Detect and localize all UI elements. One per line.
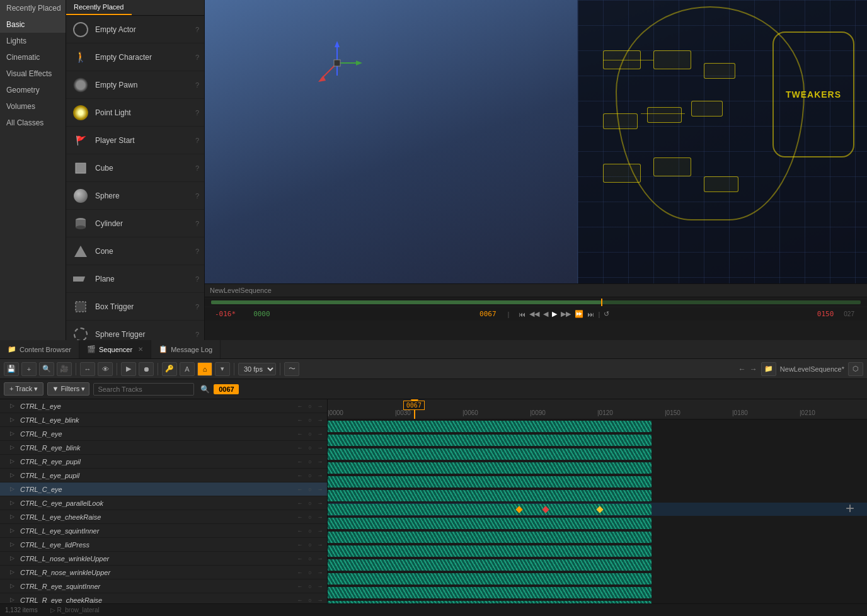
track-row-10[interactable]: ▷CTRL_L_eye_lidPress←○→ <box>0 538 327 552</box>
track-icon-3-0[interactable]: ← <box>296 443 304 452</box>
track-icon-1-2[interactable]: → <box>316 416 324 425</box>
track-icon-7-2[interactable]: → <box>316 499 324 508</box>
tool-transform-btn[interactable]: ↔ <box>80 362 95 376</box>
track-icon-7-0[interactable]: ← <box>296 499 304 508</box>
track-row-7[interactable]: ▷CTRL_C_eye_parallelLook←○→ <box>0 496 327 510</box>
transport-to-end[interactable]: ⏭ <box>587 311 594 318</box>
track-icon-7-1[interactable]: ○ <box>306 499 314 508</box>
transport-step-forward[interactable]: ▶▶ <box>561 310 571 318</box>
track-icon-1-0[interactable]: ← <box>296 416 304 425</box>
tool-add-btn[interactable]: + <box>21 362 37 376</box>
place-item-help-4[interactable]: ? <box>195 137 199 144</box>
place-item-sphere[interactable]: Sphere? <box>66 182 204 210</box>
track-expand-10[interactable]: ▷ <box>10 541 18 549</box>
tool-play-btn[interactable]: ▶ <box>121 362 136 376</box>
track-expand-2[interactable]: ▷ <box>10 430 18 438</box>
tab-sequencer[interactable]: 🎬 Sequencer ✕ <box>79 340 151 358</box>
track-row-9[interactable]: ▷CTRL_L_eye_squintInner←○→ <box>0 524 327 538</box>
track-row-0[interactable]: ▷CTRL_L_eye←○→ <box>0 399 327 413</box>
sidebar-category-0[interactable]: Recently Placed <box>0 0 66 16</box>
track-icon-6-0[interactable]: ← <box>296 485 304 494</box>
nav-next-btn[interactable]: → <box>750 365 757 374</box>
place-item-empty-actor[interactable]: Empty Actor? <box>66 16 204 43</box>
track-icon-9-2[interactable]: → <box>316 527 324 535</box>
search-tracks-input[interactable] <box>93 383 194 396</box>
place-item-box-trigger[interactable]: Box Trigger? <box>66 293 204 321</box>
place-item-help-6[interactable]: ? <box>195 192 199 200</box>
track-expand-6[interactable]: ▷ <box>10 486 18 493</box>
track-expand-11[interactable]: ▷ <box>10 555 18 562</box>
track-icon-0-2[interactable]: → <box>316 402 324 411</box>
tool-more-btn[interactable]: ▾ <box>215 362 230 376</box>
track-icon-13-1[interactable]: ○ <box>306 582 314 591</box>
sidebar-category-7[interactable]: All Classes <box>0 115 66 131</box>
track-row-4[interactable]: ▷CTRL_R_eye_pupil←○→ <box>0 455 327 469</box>
track-row-8[interactable]: ▷CTRL_L_eye_cheekRaise←○→ <box>0 510 327 524</box>
track-expand-0[interactable]: ▷ <box>10 402 18 410</box>
transport-forward[interactable]: ⏩ <box>575 310 583 318</box>
track-row-2[interactable]: ▷CTRL_R_eye←○→ <box>0 427 327 441</box>
place-item-help-5[interactable]: ? <box>195 164 199 172</box>
tool-external-btn[interactable]: ⬡ <box>848 362 863 376</box>
track-row-12[interactable]: ▷CTRL_R_nose_wrinkleUpper←○→ <box>0 566 327 579</box>
track-row-3[interactable]: ▷CTRL_R_eye_blink←○→ <box>0 441 327 455</box>
tab-message-log[interactable]: 📋 Message Log <box>151 340 221 358</box>
track-expand-9[interactable]: ▷ <box>10 527 18 535</box>
filter-button[interactable]: ▼ Filters ▾ <box>47 382 89 396</box>
track-expand-14[interactable]: ▷ <box>10 596 18 604</box>
track-icon-10-1[interactable]: ○ <box>306 540 314 549</box>
track-expand-1[interactable]: ▷ <box>10 416 18 424</box>
place-item-help-7[interactable]: ? <box>195 220 199 227</box>
place-item-help-9[interactable]: ? <box>195 275 199 283</box>
place-item-player-start[interactable]: 🚩Player Start? <box>66 127 204 154</box>
track-expand-12[interactable]: ▷ <box>10 569 18 576</box>
track-icon-13-2[interactable]: → <box>316 582 324 591</box>
place-item-help-0[interactable]: ? <box>195 26 199 33</box>
tool-curve-btn[interactable]: 〜 <box>284 362 299 376</box>
place-item-cone[interactable]: Cone? <box>66 237 204 265</box>
track-expand-5[interactable]: ▷ <box>10 472 18 479</box>
track-icon-6-2[interactable]: → <box>316 485 324 494</box>
track-icon-4-2[interactable]: → <box>316 457 324 466</box>
recently-placed-tab[interactable]: Recently Placed <box>66 0 132 15</box>
place-item-help-1[interactable]: ? <box>195 54 199 61</box>
track-icon-4-1[interactable]: ○ <box>306 457 314 466</box>
tool-search-btn[interactable]: 🔍 <box>39 362 54 376</box>
track-expand-8[interactable]: ▷ <box>10 513 18 521</box>
track-icon-5-2[interactable]: → <box>316 471 324 480</box>
place-item-plane[interactable]: Plane? <box>66 265 204 293</box>
track-icon-8-1[interactable]: ○ <box>306 513 314 522</box>
transport-back[interactable]: ◀ <box>543 310 548 318</box>
track-icon-3-1[interactable]: ○ <box>306 443 314 452</box>
track-icon-4-0[interactable]: ← <box>296 457 304 466</box>
track-icon-6-1[interactable]: ○ <box>306 485 314 494</box>
track-row-13[interactable]: ▷CTRL_R_eye_squintInner←○→ <box>0 579 327 593</box>
sidebar-category-3[interactable]: Cinematic <box>0 49 66 66</box>
place-item-sphere-trigger[interactable]: Sphere Trigger? <box>66 321 204 340</box>
tool-auto-btn[interactable]: A <box>180 362 195 376</box>
track-icon-8-0[interactable]: ← <box>296 513 304 522</box>
place-item-help-8[interactable]: ? <box>195 248 199 255</box>
place-item-help-2[interactable]: ? <box>195 81 199 89</box>
track-expand-4[interactable]: ▷ <box>10 458 18 465</box>
add-track-button[interactable]: + Track ▾ <box>4 382 43 396</box>
track-row-1[interactable]: ▷CTRL_L_eye_blink←○→ <box>0 413 327 427</box>
track-icon-5-1[interactable]: ○ <box>306 471 314 480</box>
sidebar-category-4[interactable]: Visual Effects <box>0 66 66 82</box>
track-icon-0-1[interactable]: ○ <box>306 402 314 411</box>
track-expand-3[interactable]: ▷ <box>10 444 18 452</box>
track-icon-12-0[interactable]: ← <box>296 568 304 577</box>
track-icon-12-2[interactable]: → <box>316 568 324 577</box>
track-expand-13[interactable]: ▷ <box>10 583 18 590</box>
track-icon-9-0[interactable]: ← <box>296 527 304 535</box>
tool-record-btn[interactable]: ⏺ <box>139 362 154 376</box>
tool-eye-btn[interactable]: 👁 <box>98 362 113 376</box>
transport-step-back[interactable]: ◀◀ <box>529 310 539 318</box>
track-icon-10-2[interactable]: → <box>316 540 324 549</box>
track-icon-8-2[interactable]: → <box>316 513 324 522</box>
track-icon-0-0[interactable]: ← <box>296 402 304 411</box>
timeline-tracks-container[interactable] <box>328 419 867 616</box>
tool-folder-btn[interactable]: 📁 <box>761 362 776 376</box>
tool-key-btn[interactable]: 🔑 <box>162 362 177 376</box>
sequencer-tab-close[interactable]: ✕ <box>138 346 143 353</box>
